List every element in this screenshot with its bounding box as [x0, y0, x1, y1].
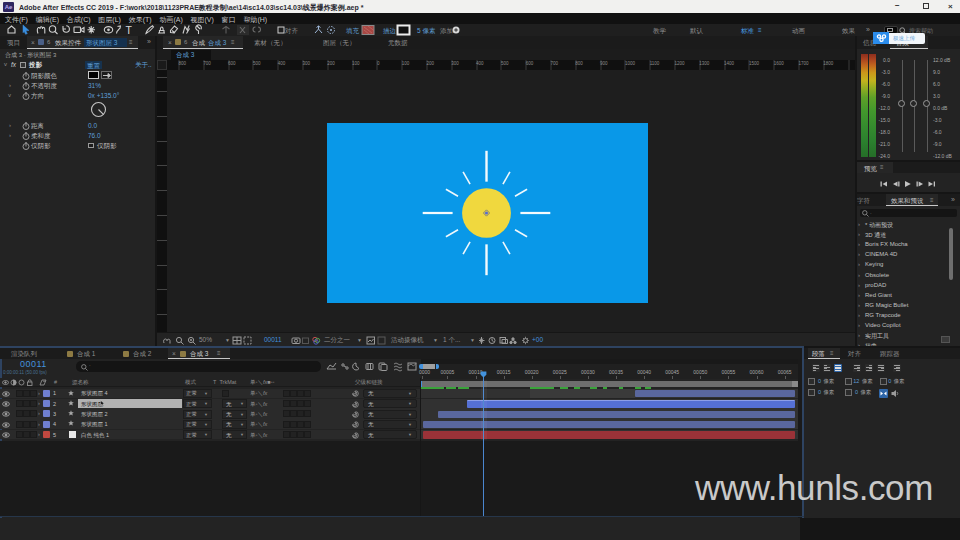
svg-text:T: T: [126, 24, 133, 36]
